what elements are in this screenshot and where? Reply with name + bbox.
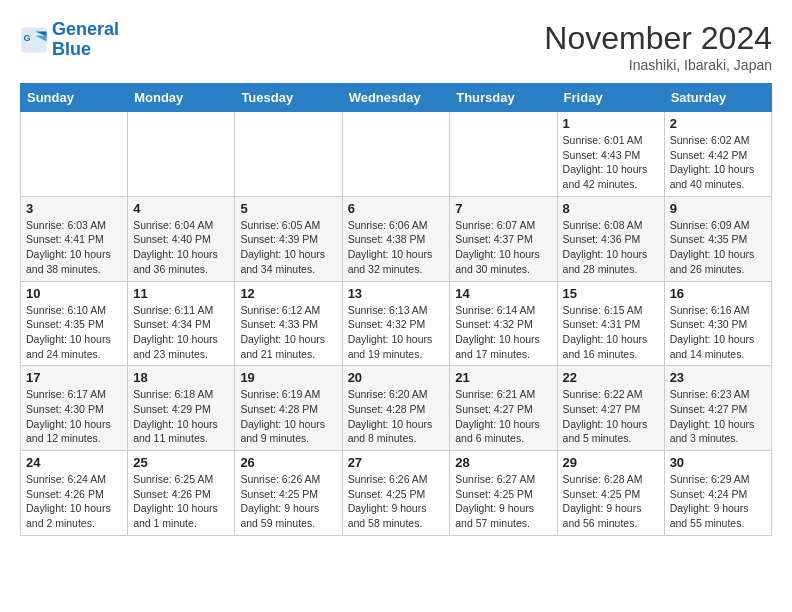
day-info: Sunrise: 6:27 AMSunset: 4:25 PMDaylight:… (455, 472, 551, 531)
calendar-cell: 28Sunrise: 6:27 AMSunset: 4:25 PMDayligh… (450, 451, 557, 536)
calendar-cell: 15Sunrise: 6:15 AMSunset: 4:31 PMDayligh… (557, 281, 664, 366)
day-info: Sunrise: 6:12 AMSunset: 4:33 PMDaylight:… (240, 303, 336, 362)
calendar-cell: 23Sunrise: 6:23 AMSunset: 4:27 PMDayligh… (664, 366, 771, 451)
day-number: 2 (670, 116, 766, 131)
calendar-cell: 30Sunrise: 6:29 AMSunset: 4:24 PMDayligh… (664, 451, 771, 536)
day-info: Sunrise: 6:16 AMSunset: 4:30 PMDaylight:… (670, 303, 766, 362)
calendar-cell: 19Sunrise: 6:19 AMSunset: 4:28 PMDayligh… (235, 366, 342, 451)
day-number: 13 (348, 286, 445, 301)
calendar-cell: 14Sunrise: 6:14 AMSunset: 4:32 PMDayligh… (450, 281, 557, 366)
page-header: G General Blue November 2024 Inashiki, I… (20, 20, 772, 73)
day-info: Sunrise: 6:29 AMSunset: 4:24 PMDaylight:… (670, 472, 766, 531)
day-number: 9 (670, 201, 766, 216)
calendar-table: Sunday Monday Tuesday Wednesday Thursday… (20, 83, 772, 536)
calendar-cell: 22Sunrise: 6:22 AMSunset: 4:27 PMDayligh… (557, 366, 664, 451)
calendar-body: 1Sunrise: 6:01 AMSunset: 4:43 PMDaylight… (21, 112, 772, 536)
calendar-row-5: 24Sunrise: 6:24 AMSunset: 4:26 PMDayligh… (21, 451, 772, 536)
day-number: 27 (348, 455, 445, 470)
day-number: 18 (133, 370, 229, 385)
calendar-cell: 12Sunrise: 6:12 AMSunset: 4:33 PMDayligh… (235, 281, 342, 366)
calendar-cell: 6Sunrise: 6:06 AMSunset: 4:38 PMDaylight… (342, 196, 450, 281)
day-number: 5 (240, 201, 336, 216)
day-info: Sunrise: 6:10 AMSunset: 4:35 PMDaylight:… (26, 303, 122, 362)
day-number: 14 (455, 286, 551, 301)
calendar-row-1: 1Sunrise: 6:01 AMSunset: 4:43 PMDaylight… (21, 112, 772, 197)
day-info: Sunrise: 6:14 AMSunset: 4:32 PMDaylight:… (455, 303, 551, 362)
day-info: Sunrise: 6:26 AMSunset: 4:25 PMDaylight:… (348, 472, 445, 531)
calendar-cell (128, 112, 235, 197)
calendar-cell: 27Sunrise: 6:26 AMSunset: 4:25 PMDayligh… (342, 451, 450, 536)
calendar-cell: 20Sunrise: 6:20 AMSunset: 4:28 PMDayligh… (342, 366, 450, 451)
day-number: 4 (133, 201, 229, 216)
day-number: 15 (563, 286, 659, 301)
calendar-cell: 11Sunrise: 6:11 AMSunset: 4:34 PMDayligh… (128, 281, 235, 366)
day-info: Sunrise: 6:13 AMSunset: 4:32 PMDaylight:… (348, 303, 445, 362)
day-info: Sunrise: 6:20 AMSunset: 4:28 PMDaylight:… (348, 387, 445, 446)
title-block: November 2024 Inashiki, Ibaraki, Japan (544, 20, 772, 73)
calendar-cell: 8Sunrise: 6:08 AMSunset: 4:36 PMDaylight… (557, 196, 664, 281)
day-number: 8 (563, 201, 659, 216)
calendar-cell: 4Sunrise: 6:04 AMSunset: 4:40 PMDaylight… (128, 196, 235, 281)
calendar-cell: 1Sunrise: 6:01 AMSunset: 4:43 PMDaylight… (557, 112, 664, 197)
logo-text: General Blue (52, 20, 119, 60)
calendar-cell: 24Sunrise: 6:24 AMSunset: 4:26 PMDayligh… (21, 451, 128, 536)
calendar-row-2: 3Sunrise: 6:03 AMSunset: 4:41 PMDaylight… (21, 196, 772, 281)
calendar-header: Sunday Monday Tuesday Wednesday Thursday… (21, 84, 772, 112)
day-info: Sunrise: 6:08 AMSunset: 4:36 PMDaylight:… (563, 218, 659, 277)
day-number: 1 (563, 116, 659, 131)
day-number: 6 (348, 201, 445, 216)
day-info: Sunrise: 6:02 AMSunset: 4:42 PMDaylight:… (670, 133, 766, 192)
day-info: Sunrise: 6:19 AMSunset: 4:28 PMDaylight:… (240, 387, 336, 446)
day-info: Sunrise: 6:04 AMSunset: 4:40 PMDaylight:… (133, 218, 229, 277)
calendar-cell: 13Sunrise: 6:13 AMSunset: 4:32 PMDayligh… (342, 281, 450, 366)
month-title: November 2024 (544, 20, 772, 57)
calendar-cell (342, 112, 450, 197)
calendar-cell: 2Sunrise: 6:02 AMSunset: 4:42 PMDaylight… (664, 112, 771, 197)
day-info: Sunrise: 6:24 AMSunset: 4:26 PMDaylight:… (26, 472, 122, 531)
day-number: 7 (455, 201, 551, 216)
calendar-cell: 16Sunrise: 6:16 AMSunset: 4:30 PMDayligh… (664, 281, 771, 366)
calendar-cell: 10Sunrise: 6:10 AMSunset: 4:35 PMDayligh… (21, 281, 128, 366)
calendar-cell: 3Sunrise: 6:03 AMSunset: 4:41 PMDaylight… (21, 196, 128, 281)
day-number: 22 (563, 370, 659, 385)
day-info: Sunrise: 6:15 AMSunset: 4:31 PMDaylight:… (563, 303, 659, 362)
day-number: 21 (455, 370, 551, 385)
header-row: Sunday Monday Tuesday Wednesday Thursday… (21, 84, 772, 112)
day-info: Sunrise: 6:26 AMSunset: 4:25 PMDaylight:… (240, 472, 336, 531)
day-info: Sunrise: 6:01 AMSunset: 4:43 PMDaylight:… (563, 133, 659, 192)
calendar-cell: 7Sunrise: 6:07 AMSunset: 4:37 PMDaylight… (450, 196, 557, 281)
logo-icon: G (20, 26, 48, 54)
calendar-cell: 25Sunrise: 6:25 AMSunset: 4:26 PMDayligh… (128, 451, 235, 536)
day-info: Sunrise: 6:28 AMSunset: 4:25 PMDaylight:… (563, 472, 659, 531)
header-thursday: Thursday (450, 84, 557, 112)
day-info: Sunrise: 6:17 AMSunset: 4:30 PMDaylight:… (26, 387, 122, 446)
day-info: Sunrise: 6:22 AMSunset: 4:27 PMDaylight:… (563, 387, 659, 446)
day-number: 12 (240, 286, 336, 301)
calendar-cell (235, 112, 342, 197)
day-number: 19 (240, 370, 336, 385)
svg-text:G: G (24, 33, 31, 43)
day-number: 29 (563, 455, 659, 470)
calendar-cell: 5Sunrise: 6:05 AMSunset: 4:39 PMDaylight… (235, 196, 342, 281)
logo: G General Blue (20, 20, 119, 60)
calendar-cell (21, 112, 128, 197)
day-number: 23 (670, 370, 766, 385)
header-sunday: Sunday (21, 84, 128, 112)
day-number: 20 (348, 370, 445, 385)
day-info: Sunrise: 6:25 AMSunset: 4:26 PMDaylight:… (133, 472, 229, 531)
day-info: Sunrise: 6:06 AMSunset: 4:38 PMDaylight:… (348, 218, 445, 277)
day-number: 16 (670, 286, 766, 301)
calendar-cell: 17Sunrise: 6:17 AMSunset: 4:30 PMDayligh… (21, 366, 128, 451)
calendar-cell: 21Sunrise: 6:21 AMSunset: 4:27 PMDayligh… (450, 366, 557, 451)
day-info: Sunrise: 6:09 AMSunset: 4:35 PMDaylight:… (670, 218, 766, 277)
header-friday: Friday (557, 84, 664, 112)
calendar-cell: 26Sunrise: 6:26 AMSunset: 4:25 PMDayligh… (235, 451, 342, 536)
calendar-cell: 18Sunrise: 6:18 AMSunset: 4:29 PMDayligh… (128, 366, 235, 451)
day-info: Sunrise: 6:23 AMSunset: 4:27 PMDaylight:… (670, 387, 766, 446)
day-info: Sunrise: 6:18 AMSunset: 4:29 PMDaylight:… (133, 387, 229, 446)
day-info: Sunrise: 6:03 AMSunset: 4:41 PMDaylight:… (26, 218, 122, 277)
location-subtitle: Inashiki, Ibaraki, Japan (544, 57, 772, 73)
header-monday: Monday (128, 84, 235, 112)
header-wednesday: Wednesday (342, 84, 450, 112)
calendar-row-4: 17Sunrise: 6:17 AMSunset: 4:30 PMDayligh… (21, 366, 772, 451)
